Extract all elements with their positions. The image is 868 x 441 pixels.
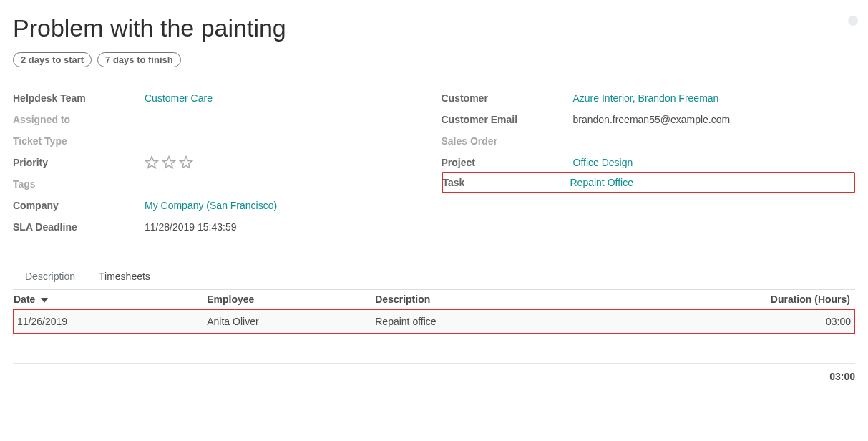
- col-header-employee[interactable]: Employee: [207, 294, 254, 305]
- tabs: Description Timesheets: [13, 262, 855, 290]
- ticket-type-label: Ticket Type: [13, 135, 145, 147]
- cell-duration: 03:00: [711, 309, 854, 334]
- task-link[interactable]: Repaint Office: [570, 177, 633, 188]
- svg-marker-2: [180, 157, 192, 168]
- helpdesk-team-link[interactable]: Customer Care: [145, 92, 213, 104]
- svg-marker-1: [163, 157, 175, 168]
- assigned-to-label: Assigned to: [13, 114, 145, 125]
- col-header-date[interactable]: Date: [14, 294, 48, 305]
- star-icon[interactable]: [179, 155, 193, 170]
- sla-deadline-value: 11/28/2019 15:43:59: [145, 221, 236, 233]
- customer-email-label: Customer Email: [442, 114, 573, 125]
- col-header-description[interactable]: Description: [375, 294, 430, 305]
- customer-label: Customer: [442, 92, 573, 104]
- company-link[interactable]: My Company (San Francisco): [145, 200, 277, 211]
- sla-deadline-label: SLA Deadline: [13, 221, 145, 233]
- sales-order-label: Sales Order: [442, 135, 573, 147]
- project-label: Project: [442, 157, 573, 168]
- cell-description: Repaint office: [375, 309, 711, 334]
- svg-marker-3: [41, 298, 48, 303]
- priority-stars[interactable]: [145, 155, 193, 170]
- helpdesk-team-label: Helpdesk Team: [13, 92, 145, 104]
- status-dot-icon: [848, 16, 858, 26]
- tab-description[interactable]: Description: [13, 263, 87, 290]
- customer-email-value: brandon.freeman55@example.com: [573, 114, 731, 125]
- star-icon[interactable]: [145, 155, 159, 170]
- tags-label: Tags: [13, 178, 145, 190]
- cell-employee: Anita Oliver: [207, 309, 375, 334]
- star-icon[interactable]: [162, 155, 176, 170]
- customer-link[interactable]: Azure Interior, Brandon Freeman: [573, 92, 719, 104]
- col-header-date-text: Date: [14, 294, 35, 305]
- page-title: Problem with the painting: [13, 14, 855, 42]
- pill-days-to-start: 2 days to start: [13, 52, 92, 67]
- cell-date: 11/26/2019: [14, 309, 207, 334]
- tab-timesheets[interactable]: Timesheets: [87, 263, 162, 290]
- pill-days-to-finish: 7 days to finish: [97, 52, 181, 67]
- task-label: Task: [443, 177, 570, 188]
- timesheet-table: Date Employee Description Duration (Hour…: [13, 290, 855, 334]
- project-link[interactable]: Office Design: [573, 157, 633, 168]
- form-right-column: Customer Azure Interior, Brandon Freeman…: [442, 87, 856, 238]
- priority-label: Priority: [13, 157, 145, 168]
- col-header-duration[interactable]: Duration (Hours): [771, 294, 850, 305]
- sla-pills: 2 days to start 7 days to finish: [13, 52, 855, 67]
- table-row[interactable]: 11/26/2019 Anita Oliver Repaint office 0…: [14, 309, 854, 334]
- footer-total: 03:00: [13, 363, 855, 382]
- svg-marker-0: [146, 157, 158, 168]
- form-left-column: Helpdesk Team Customer Care Assigned to …: [13, 87, 427, 238]
- company-label: Company: [13, 200, 145, 211]
- caret-down-icon: [41, 294, 48, 305]
